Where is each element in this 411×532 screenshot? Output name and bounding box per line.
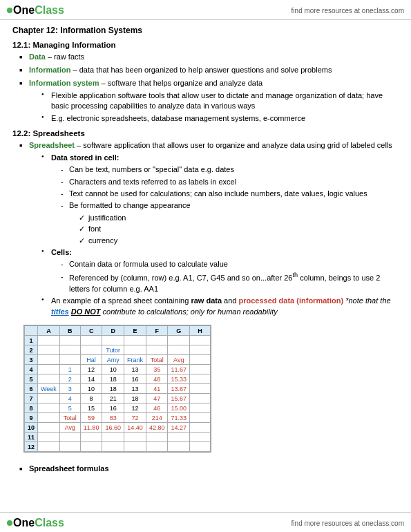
section-12-1-list: Data – raw facts Information – data that… <box>12 52 399 124</box>
col-f: F <box>146 326 168 336</box>
chapter-title: Chapter 12: Information Systems <box>12 26 399 35</box>
list-item-spreadsheet: Spreadsheet – software application that … <box>19 140 399 317</box>
spreadsheet-text: – software application that allows user … <box>77 141 392 149</box>
section-12-2-list: Spreadsheet – software application that … <box>12 140 399 317</box>
header-empty <box>25 326 38 336</box>
stored-item-1: Can be text, numbers or "special" data e… <box>61 164 399 175</box>
col-b: B <box>59 326 80 336</box>
row-1-num: 1 <box>25 336 38 345</box>
footer-logo-class: Class <box>35 517 64 529</box>
cells-item-1: Contain data or formula used to calculat… <box>61 259 399 269</box>
table-row: 2 Tutor <box>25 345 211 355</box>
format-item-font: font <box>79 224 399 234</box>
logo-class: Class <box>35 4 64 17</box>
data-text: – raw facts <box>48 53 84 61</box>
logo-one: One <box>13 4 35 17</box>
formulas-label: Spreadsheet formulas <box>29 464 109 473</box>
list-item-information-system: Information system – software that helps… <box>19 78 399 124</box>
main-content: Chapter 12: Information Systems 12.1: Ma… <box>0 20 411 482</box>
format-item-currency: currency <box>79 236 399 246</box>
footer-logo-one: One <box>13 517 35 529</box>
spreadsheet-table-container: A B C D E F G H 1 2 Tutor 3 <box>23 325 211 453</box>
formulas-item: Spreadsheet formulas <box>19 464 399 475</box>
logo: OneClass <box>7 4 64 17</box>
logo-dot-icon <box>7 8 12 13</box>
row-2-num: 2 <box>25 345 38 355</box>
col-c: C <box>80 326 102 336</box>
spreadsheet-sub-list: Data stored in cell: Can be text, number… <box>29 153 399 317</box>
titles-text: titles <box>51 307 69 316</box>
row-12-num: 12 <box>25 442 38 452</box>
sub-item-flexible-text: Flexible application software tools that… <box>51 91 383 110</box>
list-item-information: Information – data that has been organiz… <box>19 65 399 76</box>
format-check-list: justification font currency <box>69 213 399 246</box>
processed-data-text: processed data (information) <box>239 296 344 305</box>
formulas-list: Spreadsheet formulas <box>12 464 399 475</box>
footer-tagline: find more resources at oneclass.com <box>291 520 404 527</box>
page-header: OneClass find more resources at oneclass… <box>0 0 411 20</box>
information-label: Information <box>29 66 71 74</box>
table-row: 11 <box>25 433 211 442</box>
header-tagline: find more resources at oneclass.com <box>291 7 404 15</box>
footer-logo-dot-icon <box>7 520 12 526</box>
table-row: 6 Week 3 10 18 13 41 13.67 <box>25 384 211 394</box>
row-8-num: 8 <box>25 403 38 413</box>
information-text: – data that has been organized to help a… <box>73 66 332 74</box>
data-label: Data <box>29 53 46 61</box>
stored-item-4: Be formatted to change appearance justif… <box>61 200 399 246</box>
spreadsheet-label: Spreadsheet <box>29 141 75 149</box>
information-system-sub-list: Flexible application software tools that… <box>29 91 399 124</box>
stored-item-3: Text cannot be used for calculations; ca… <box>61 189 399 199</box>
list-item-data: Data – raw facts <box>19 52 399 63</box>
row-10-num: 10 <box>25 423 38 433</box>
table-header-row: A B C D E F G H <box>25 326 211 336</box>
row-11-num: 11 <box>25 433 38 442</box>
col-h: H <box>190 326 211 336</box>
col-a: A <box>38 326 60 336</box>
format-item-justification: justification <box>79 213 399 223</box>
cells-dash-list: Contain data or formula used to calculat… <box>51 259 399 294</box>
information-system-label: Information system <box>29 79 99 87</box>
table-row: 9 Total 59 83 72 214 71.33 <box>25 413 211 423</box>
cells-item-2: Referenced by (column, row) e.g. A1, C7,… <box>61 272 399 294</box>
row-9-num: 9 <box>25 413 38 423</box>
sub-item-eg: E.g. electronic spreadsheets, database m… <box>41 113 399 124</box>
row-4-num: 4 <box>25 365 38 374</box>
col-d: D <box>102 326 124 336</box>
table-row: 12 <box>25 442 211 452</box>
row-7-num: 7 <box>25 394 38 403</box>
do-not-text: DO NOT <box>71 307 101 316</box>
row-3-num: 3 <box>25 355 38 365</box>
stored-item-2: Characters and texts referred to as labe… <box>61 177 399 187</box>
spreadsheet-table: A B C D E F G H 1 2 Tutor 3 <box>24 325 211 452</box>
data-stored-title: Data stored in cell: <box>51 153 119 162</box>
row-6-num: 6 <box>25 384 38 394</box>
table-row: 5 2 14 18 16 48 15.33 <box>25 374 211 384</box>
table-row: 7 4 8 21 18 47 15.67 <box>25 394 211 403</box>
example-note-item: An example of a spread sheet containing … <box>41 296 399 317</box>
table-row: 4 1 12 10 13 35 11.67 <box>25 365 211 374</box>
cells-title: Cells: <box>51 248 72 256</box>
table-row: 10 Avg 11.80 16.60 14.40 42.80 14.27 <box>25 423 211 433</box>
table-row: 3 Hal Amy Frank Total Avg <box>25 355 211 365</box>
footer-logo: OneClass <box>7 517 64 529</box>
raw-data-text: raw data <box>191 296 222 305</box>
section-12-1-title: 12.1: Managing Information <box>12 41 399 49</box>
cells-item: Cells: Contain data or formula used to c… <box>41 247 399 294</box>
col-g: G <box>168 326 190 336</box>
sub-item-flexible: Flexible application software tools that… <box>41 91 399 112</box>
row-5-num: 5 <box>25 374 38 384</box>
section-12-2-title: 12.2: Spreadsheets <box>12 129 399 137</box>
col-e: E <box>124 326 146 336</box>
table-row: 8 5 15 16 12 46 15.00 <box>25 403 211 413</box>
data-stored-item: Data stored in cell: Can be text, number… <box>41 153 399 246</box>
data-stored-dash-list: Can be text, numbers or "special" data e… <box>51 164 399 246</box>
page-footer: OneClass find more resources at oneclass… <box>0 512 411 532</box>
sub-item-eg-text: E.g. electronic spreadsheets, database m… <box>51 114 305 122</box>
table-row: 1 <box>25 336 211 345</box>
information-system-text: – software that helps organize and analy… <box>102 79 263 87</box>
